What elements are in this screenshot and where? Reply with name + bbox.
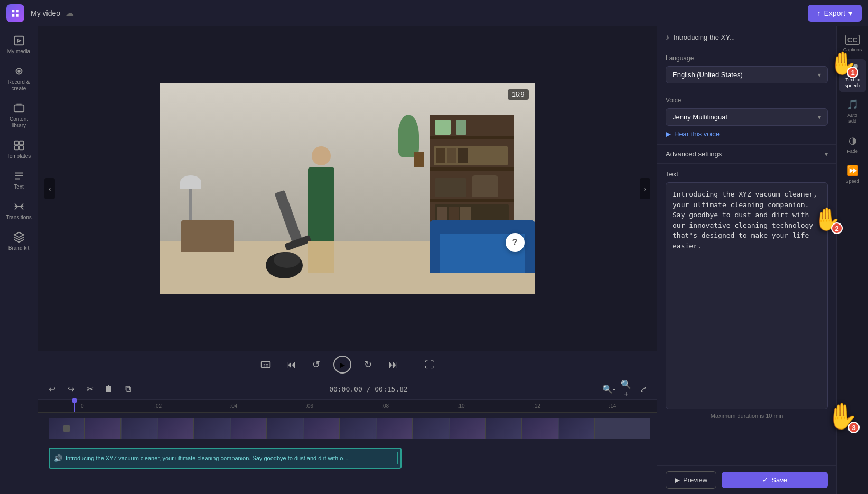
collapse-left-button[interactable]: ‹ <box>44 178 55 199</box>
music-note-icon: ♪ <box>666 33 669 41</box>
main-layout: My media Record & create Content library… <box>0 26 868 494</box>
sidebar-item-content-library[interactable]: Content library <box>2 98 36 133</box>
advanced-settings-chevron-icon: ▾ <box>825 151 828 158</box>
icon-bar-captions[interactable]: CC Captions <box>839 31 866 57</box>
text-section-label: Text <box>666 170 828 178</box>
zoom-in-button[interactable]: 🔍+ <box>619 381 633 396</box>
audio-track: 🔊 Introducing the XYZ vacuum cleaner, yo… <box>44 444 650 472</box>
language-dropdown[interactable]: English (United States) ▾ <box>666 66 828 83</box>
sidebar-item-my-media[interactable]: My media <box>2 31 36 59</box>
ruler-marks: 0 :02 :04 :06 :08 :10 :12 :14 <box>44 403 650 409</box>
panel-header: ♪ Introducing the XY... <box>657 26 836 48</box>
scene-person <box>308 167 334 273</box>
caption-toggle-button[interactable] <box>257 356 274 373</box>
video-clip[interactable] <box>49 418 650 439</box>
icon-bar-fade[interactable]: ◑ Fade <box>839 131 866 159</box>
left-sidebar: My media Record & create Content library… <box>0 26 38 494</box>
sidebar-item-text[interactable]: Text <box>2 166 36 194</box>
help-button[interactable]: ? <box>506 233 525 252</box>
hear-voice-button[interactable]: ▶ Hear this voice <box>666 130 828 138</box>
panel-title: Introducing the XY... <box>674 33 828 41</box>
svg-rect-9 <box>63 425 70 432</box>
tracks-area: 🔊 Introducing the XYZ vacuum cleaner, yo… <box>38 413 657 476</box>
forward-button[interactable]: ↻ <box>360 356 377 373</box>
captions-icon: CC <box>845 35 860 45</box>
canvas-area: ‹ <box>38 26 657 494</box>
video-preview: ‹ <box>38 26 657 351</box>
text-input[interactable] <box>666 182 828 409</box>
language-label: Language <box>666 54 828 62</box>
audio-clip[interactable]: 🔊 Introducing the XYZ vacuum cleaner, yo… <box>49 448 402 469</box>
svg-rect-4 <box>14 141 18 145</box>
voice-section: Voice Jenny Multilingual ▾ ▶ Hear this v… <box>657 90 836 145</box>
skip-forward-button[interactable]: ⏭ <box>385 356 402 373</box>
topbar: My video ☁ ↑ Export ▾ <box>0 0 868 26</box>
video-track <box>44 415 650 442</box>
fade-icon: ◑ <box>848 135 857 146</box>
svg-rect-8 <box>261 361 270 368</box>
text-section: Text Maximum duration is 10 min <box>657 164 836 465</box>
app-logo <box>6 4 24 22</box>
collapse-right-button[interactable]: › <box>640 178 650 199</box>
speed-icon: ⏩ <box>847 165 858 176</box>
voice-chevron-icon: ▾ <box>818 114 821 121</box>
aspect-ratio-badge: 16:9 <box>508 89 528 100</box>
split-button[interactable]: ⧉ <box>120 381 135 396</box>
advanced-settings-row[interactable]: Advanced settings ▾ <box>657 145 836 164</box>
timeline-toolbar: ↩ ↪ ✂ 🗑 ⧉ 00:00.00 / 00:15.82 🔍- 🔍+ ⤢ <box>38 378 657 400</box>
video-title[interactable]: My video <box>31 9 60 17</box>
timeline-time-display: 00:00.00 / 00:15.82 <box>329 385 408 393</box>
text-speech-icon: 🎤 <box>847 63 858 75</box>
skip-back-button[interactable]: ⏮ <box>283 356 300 373</box>
sidebar-item-templates[interactable]: Templates <box>2 135 36 164</box>
svg-rect-3 <box>14 105 23 112</box>
fullscreen-button[interactable]: ⛶ <box>421 356 438 373</box>
export-button[interactable]: ↑ Export ▾ <box>808 5 862 22</box>
sidebar-item-record-create[interactable]: Record & create <box>2 61 36 96</box>
svg-rect-5 <box>19 141 23 145</box>
video-controls-bar: ⏮ ↺ ▶ ↻ ⏭ ⛶ <box>38 351 657 378</box>
icon-bar-audio[interactable]: 🎵 Auto add <box>839 95 866 128</box>
person-legs <box>308 241 334 273</box>
timeline-ruler: 0 :02 :04 :06 :08 :10 :12 :14 <box>38 400 657 413</box>
timeline-area: ↩ ↪ ✂ 🗑 ⧉ 00:00.00 / 00:15.82 🔍- 🔍+ ⤢ 0 <box>38 378 657 494</box>
audio-track-content[interactable]: 🔊 Introducing the XYZ vacuum cleaner, yo… <box>49 448 650 469</box>
audio-icon: 🎵 <box>847 99 858 110</box>
person-body <box>308 167 334 241</box>
language-section: Language English (United States) ▾ <box>657 48 836 90</box>
zoom-out-button[interactable]: 🔍- <box>602 381 617 396</box>
icon-bar-text-speech[interactable]: 🎤 Text to speech <box>839 59 866 93</box>
voice-label: Voice <box>666 97 828 104</box>
undo-button[interactable]: ↩ <box>44 381 59 396</box>
voice-dropdown[interactable]: Jenny Multilingual ▾ <box>666 108 828 126</box>
rewind-button[interactable]: ↺ <box>308 356 325 373</box>
svg-rect-0 <box>14 36 23 45</box>
svg-rect-7 <box>19 146 23 150</box>
cut-button[interactable]: ✂ <box>82 381 97 396</box>
play-pause-button[interactable]: ▶ <box>333 356 351 374</box>
sidebar-item-transitions[interactable]: Transitions <box>2 197 36 225</box>
right-panel: ♪ Introducing the XY... Language English… <box>657 26 836 494</box>
advanced-settings-label: Advanced settings <box>666 150 722 158</box>
redo-button[interactable]: ↪ <box>63 381 78 396</box>
delete-button[interactable]: 🗑 <box>101 381 116 396</box>
preview-button[interactable]: ▶ Preview <box>666 471 716 489</box>
svg-rect-6 <box>14 146 18 150</box>
person-head <box>312 146 331 165</box>
icon-bar: CC Captions 🎤 Text to speech 🎵 Auto add … <box>836 26 868 494</box>
scene-shelf <box>430 115 514 231</box>
max-duration-note: Maximum duration is 10 min <box>666 413 828 419</box>
panel-footer: ▶ Preview ✓ Save <box>657 465 836 494</box>
video-track-content[interactable] <box>49 418 650 439</box>
save-button[interactable]: ✓ Save <box>722 472 828 488</box>
zoom-controls: 🔍- 🔍+ ⤢ <box>602 381 650 396</box>
language-chevron-icon: ▾ <box>818 71 821 79</box>
sidebar-item-brand-kit[interactable]: Brand kit <box>2 227 36 256</box>
svg-point-2 <box>18 70 20 72</box>
fit-timeline-button[interactable]: ⤢ <box>636 381 650 396</box>
video-scene: 16:9 ? <box>160 83 535 294</box>
cloud-icon: ☁ <box>66 8 74 18</box>
icon-bar-speed[interactable]: ⏩ Speed <box>839 161 866 189</box>
